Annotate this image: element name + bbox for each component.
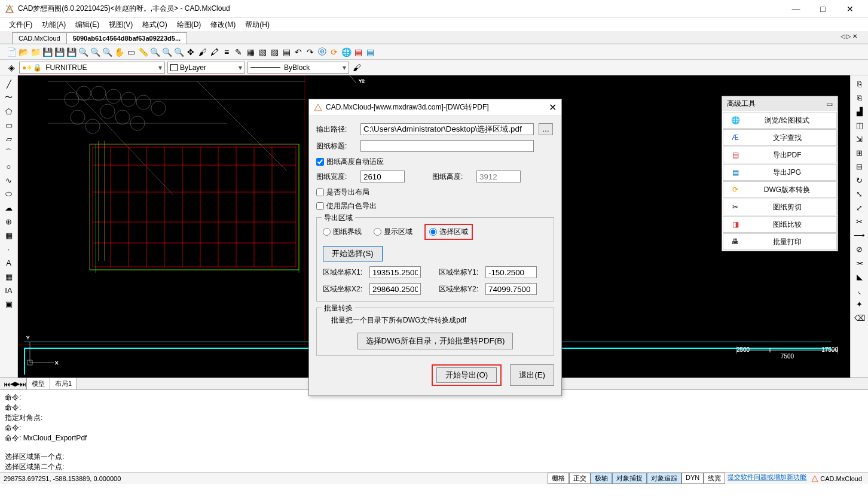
outpath-input[interactable] bbox=[360, 123, 534, 135]
zoomext-icon[interactable]: 🔍 bbox=[173, 47, 184, 57]
mt-last-icon[interactable]: ⏭ bbox=[20, 381, 26, 388]
minimize-button[interactable]: — bbox=[783, 1, 809, 17]
calc-icon[interactable]: ▤ bbox=[281, 47, 292, 57]
radio-select[interactable]: 选择区域 bbox=[429, 227, 468, 237]
menu-file[interactable]: 文件(F) bbox=[5, 19, 36, 31]
menu-draw[interactable]: 绘图(D) bbox=[173, 19, 206, 31]
move2-icon[interactable]: ⇲ bbox=[854, 133, 866, 145]
layers-icon[interactable]: ≡ bbox=[221, 47, 232, 57]
array-icon[interactable]: ⊞ bbox=[854, 147, 866, 159]
jpg-icon[interactable]: ▤ bbox=[365, 47, 375, 57]
array2-icon[interactable]: ⊟ bbox=[854, 160, 866, 172]
x1-input[interactable] bbox=[369, 266, 421, 278]
linetype-dropdown[interactable]: ByBlock bbox=[247, 62, 349, 74]
color-dropdown[interactable]: ByLayer bbox=[167, 62, 245, 74]
zoomwin-icon[interactable]: 🔍 bbox=[161, 47, 172, 57]
adv-browse-button[interactable]: 🌐浏览/绘图模式 bbox=[723, 112, 837, 129]
adv-batchprint-button[interactable]: 🖶批量打印 bbox=[723, 233, 837, 250]
tab-document[interactable]: 5090ab61c4564d8baf63a09223d5... bbox=[66, 32, 187, 44]
menu-func[interactable]: 功能(A) bbox=[38, 19, 70, 31]
bwexport-checkbox[interactable]: 使用黑白色导出 bbox=[316, 201, 554, 211]
maximize-button[interactable]: □ bbox=[809, 1, 836, 17]
tool3-icon[interactable]: ▨ bbox=[269, 47, 280, 57]
exit-button[interactable]: 退出(E) bbox=[510, 364, 554, 386]
paint-icon[interactable]: 🖌 bbox=[197, 47, 208, 57]
autofit-checkbox[interactable]: 图纸高度自动适应 bbox=[316, 157, 554, 167]
feedback-link[interactable]: 提交软件问题或增加新功能 bbox=[725, 473, 809, 484]
tool1-icon[interactable]: ▦ bbox=[245, 47, 256, 57]
radio-bounds[interactable]: 图纸界线 bbox=[323, 227, 362, 237]
chamfer-icon[interactable]: ◣ bbox=[854, 270, 866, 282]
tab-next-icon[interactable]: ▷ bbox=[846, 33, 851, 39]
fillet-icon[interactable]: ◟ bbox=[854, 284, 866, 296]
brush-icon[interactable]: 🖍 bbox=[209, 47, 220, 57]
radio-display[interactable]: 显示区域 bbox=[374, 227, 412, 237]
circle-icon[interactable]: ○ bbox=[3, 160, 15, 172]
undo-icon[interactable]: ↶ bbox=[293, 47, 304, 57]
browse-button[interactable]: … bbox=[539, 123, 553, 135]
refresh-icon[interactable]: ⟳ bbox=[329, 47, 340, 57]
pan-icon[interactable]: ✋ bbox=[114, 47, 124, 57]
folder-icon[interactable]: 📁 bbox=[30, 47, 41, 57]
save3-icon[interactable]: 💾 bbox=[66, 47, 77, 57]
saveas-icon[interactable]: 💾 bbox=[54, 47, 65, 57]
move-icon[interactable]: ✥ bbox=[185, 47, 196, 57]
spline-icon[interactable]: ∿ bbox=[3, 174, 15, 186]
select-icon[interactable]: ▭ bbox=[126, 47, 136, 57]
rect2-icon[interactable]: ▱ bbox=[3, 133, 15, 145]
copy-icon[interactable]: ⎘ bbox=[854, 78, 866, 90]
batch-convert-button[interactable]: 选择DWG所在目录，开始批量转PDF(B) bbox=[357, 333, 513, 349]
pdf-icon[interactable]: ▤ bbox=[353, 47, 363, 57]
y2-input[interactable] bbox=[485, 283, 537, 295]
mt-prev-icon[interactable]: ◀ bbox=[10, 380, 15, 388]
save-icon[interactable]: 💾 bbox=[42, 47, 53, 57]
menu-edit[interactable]: 编辑(E) bbox=[71, 19, 103, 31]
join-icon[interactable]: ⫘ bbox=[854, 257, 866, 269]
tab-close-icon[interactable]: ✕ bbox=[852, 33, 857, 39]
stretch-icon[interactable]: ⤢ bbox=[854, 202, 866, 214]
mirror-icon[interactable]: ▟ bbox=[854, 105, 866, 117]
scale-icon[interactable]: ⤡ bbox=[854, 188, 866, 200]
adv-panel-menu-icon[interactable]: ▭ bbox=[826, 100, 833, 108]
menu-format[interactable]: 格式(O) bbox=[138, 19, 171, 31]
point-icon[interactable]: · bbox=[3, 243, 15, 255]
arc-icon[interactable]: ⌒ bbox=[3, 147, 15, 159]
sb-polar[interactable]: 极轴 bbox=[591, 473, 612, 484]
hatch-icon[interactable]: ▦ bbox=[3, 229, 15, 241]
new-icon[interactable]: 📄 bbox=[6, 47, 17, 57]
erase-icon[interactable]: ⌫ bbox=[854, 312, 866, 324]
zoom-icon[interactable]: 🔍 bbox=[78, 47, 88, 57]
width-input[interactable] bbox=[360, 171, 405, 182]
adv-dwgconv-button[interactable]: ⟳DWG版本转换 bbox=[723, 181, 837, 198]
sb-grid[interactable]: 栅格 bbox=[548, 473, 569, 484]
layer-dropdown[interactable]: ●☀🔒 FURNITRUE bbox=[19, 62, 165, 74]
menu-view[interactable]: 视图(V) bbox=[105, 19, 137, 31]
sb-dyn[interactable]: DYN bbox=[681, 473, 704, 484]
sb-ortho[interactable]: 正交 bbox=[569, 473, 591, 484]
edit-icon[interactable]: ✎ bbox=[233, 47, 244, 57]
line-icon[interactable]: ╱ bbox=[3, 78, 15, 90]
adv-compare-button[interactable]: ◨图纸比较 bbox=[723, 216, 837, 233]
mt-first-icon[interactable]: ⏮ bbox=[4, 381, 10, 388]
pline-icon[interactable]: 〜 bbox=[3, 92, 15, 104]
tool2-icon[interactable]: ▧ bbox=[257, 47, 268, 57]
x2-input[interactable] bbox=[369, 283, 421, 295]
globe-icon[interactable]: 🌐 bbox=[341, 47, 352, 57]
tab-layout1[interactable]: 布局1 bbox=[50, 378, 77, 390]
insert-icon[interactable]: ⊕ bbox=[3, 215, 15, 227]
adv-clip-button[interactable]: ✂图纸剪切 bbox=[723, 199, 837, 215]
ie-icon[interactable]: ⓔ bbox=[317, 47, 328, 57]
brush2-icon[interactable]: 🖌 bbox=[352, 62, 362, 73]
ellipse-icon[interactable]: ⬭ bbox=[3, 188, 15, 200]
sb-lw[interactable]: 线宽 bbox=[704, 473, 725, 484]
sb-otrack[interactable]: 对象追踪 bbox=[647, 473, 681, 484]
command-window[interactable]: 命令: 命令: 指定对角点: 命令: 命令: MxCloud_ExportPdf… bbox=[0, 390, 868, 472]
open-icon[interactable]: 📂 bbox=[18, 47, 29, 57]
offset-icon[interactable]: ◫ bbox=[854, 119, 866, 131]
adv-exportpdf-button[interactable]: ▤导出PDF bbox=[723, 147, 837, 163]
redo-icon[interactable]: ↷ bbox=[305, 47, 316, 57]
text-icon[interactable]: A bbox=[3, 257, 15, 269]
start-select-button[interactable]: 开始选择(S) bbox=[323, 246, 383, 261]
extend-icon[interactable]: ⟶ bbox=[854, 229, 866, 241]
region-icon[interactable]: ▣ bbox=[3, 298, 15, 310]
